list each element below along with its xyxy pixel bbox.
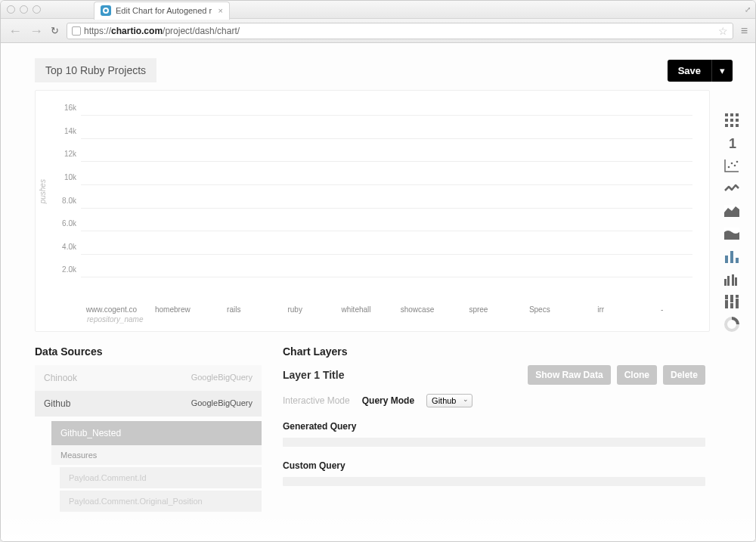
- chart-title-input[interactable]: Top 10 Ruby Projects: [35, 58, 156, 82]
- tab-title: Edit Chart for Autogened r: [116, 6, 214, 15]
- favicon-icon: [101, 5, 111, 16]
- show-raw-data-button[interactable]: Show Raw Data: [528, 365, 610, 385]
- y-tick: 2.0k: [62, 265, 81, 274]
- measure-item[interactable]: Payload.Comment.Id: [60, 467, 262, 488]
- browser-toolbar: ← → ↻ https://chartio.com/project/dash/c…: [1, 19, 755, 43]
- bar-icon[interactable]: [723, 249, 741, 264]
- x-tick: Specs: [509, 301, 570, 314]
- stacked-bar-icon[interactable]: [723, 294, 741, 309]
- line-icon[interactable]: [723, 181, 741, 196]
- layer-title[interactable]: Layer 1 Title: [283, 369, 344, 381]
- svg-rect-4: [730, 119, 733, 122]
- traffic-lights: [7, 5, 41, 14]
- forward-icon[interactable]: →: [29, 24, 43, 38]
- browser-tab[interactable]: Edit Chart for Autogened r ×: [94, 2, 230, 20]
- x-tick: spree: [448, 301, 509, 314]
- svg-rect-7: [730, 124, 733, 127]
- y-tick: 14k: [64, 126, 81, 135]
- close-icon[interactable]: ×: [218, 6, 223, 15]
- address-bar[interactable]: https://chartio.com/project/dash/chart/ …: [67, 23, 733, 39]
- y-tick: 6.0k: [62, 219, 81, 228]
- svg-rect-0: [725, 113, 728, 116]
- y-tick: 8.0k: [62, 196, 81, 204]
- svg-rect-20: [727, 276, 730, 286]
- svg-rect-3: [725, 119, 728, 122]
- stacked-area-icon[interactable]: [723, 226, 741, 241]
- x-tick: whitehall: [326, 301, 387, 314]
- svg-rect-17: [730, 251, 733, 263]
- chart-layers-heading: Chart Layers: [283, 345, 705, 358]
- y-tick: 12k: [64, 150, 81, 158]
- svg-rect-25: [730, 295, 733, 302]
- window-titlebar: Edit Chart for Autogened r × ⤢: [1, 1, 755, 19]
- table-icon[interactable]: [723, 113, 741, 128]
- y-tick: 10k: [64, 173, 81, 181]
- x-tick: rails: [203, 301, 265, 314]
- save-dropdown-icon[interactable]: ▾: [711, 60, 733, 82]
- data-sources-heading: Data Sources: [35, 345, 262, 358]
- svg-rect-5: [736, 119, 739, 122]
- expand-icon[interactable]: ⤢: [745, 5, 749, 14]
- svg-rect-26: [730, 303, 733, 308]
- svg-rect-27: [736, 295, 739, 298]
- data-source-select[interactable]: Github ⌄: [426, 394, 472, 407]
- reload-icon[interactable]: ↻: [51, 25, 59, 36]
- chart-preview: pushes 2.0k4.0k6.0k8.0k10k12k14k16k www.…: [35, 90, 710, 332]
- generated-query-area: [283, 438, 705, 447]
- svg-text:1: 1: [729, 136, 736, 150]
- svg-rect-2: [736, 113, 739, 116]
- svg-rect-24: [725, 300, 728, 308]
- x-tick: irr: [570, 301, 631, 314]
- bookmark-icon[interactable]: ☆: [718, 25, 728, 37]
- data-source-item[interactable]: ChinookGoogleBigQuery: [35, 365, 262, 391]
- y-tick: 16k: [64, 104, 81, 112]
- svg-rect-16: [725, 256, 728, 263]
- area-icon[interactable]: [723, 203, 741, 218]
- data-source-nested[interactable]: Github_Nested: [51, 421, 262, 445]
- donut-icon[interactable]: [723, 317, 741, 332]
- menu-icon[interactable]: ≡: [741, 24, 748, 38]
- x-tick: ruby: [265, 301, 326, 314]
- svg-rect-8: [736, 124, 739, 127]
- grouped-bar-icon[interactable]: [723, 271, 741, 286]
- svg-point-11: [731, 163, 733, 165]
- url-text: https://chartio.com/project/dash/chart/: [84, 26, 240, 36]
- svg-point-12: [734, 165, 736, 167]
- svg-point-10: [728, 166, 730, 169]
- generated-query-heading: Generated Query: [283, 421, 705, 432]
- svg-rect-28: [736, 299, 739, 308]
- interactive-mode-toggle[interactable]: Interactive Mode: [283, 395, 350, 406]
- data-source-item[interactable]: GithubGoogleBigQuery: [35, 391, 262, 417]
- custom-query-area[interactable]: [283, 477, 705, 486]
- svg-rect-6: [725, 124, 728, 127]
- svg-rect-18: [736, 258, 739, 263]
- delete-button[interactable]: Delete: [663, 365, 705, 385]
- single-value-icon[interactable]: 1: [723, 135, 741, 150]
- svg-point-13: [736, 161, 739, 163]
- y-axis-label: pushes: [39, 179, 47, 203]
- svg-rect-19: [724, 279, 727, 286]
- x-tick: showcase: [387, 301, 448, 314]
- custom-query-heading: Custom Query: [283, 460, 705, 471]
- x-tick: homebrew: [142, 301, 203, 314]
- save-button[interactable]: Save ▾: [668, 60, 733, 82]
- svg-rect-1: [730, 113, 733, 116]
- svg-rect-22: [735, 277, 737, 286]
- x-tick: -: [631, 301, 692, 314]
- back-icon[interactable]: ←: [8, 24, 22, 38]
- y-tick: 4.0k: [62, 242, 81, 250]
- x-axis-label: repository_name: [87, 315, 700, 324]
- clone-button[interactable]: Clone: [617, 365, 657, 385]
- query-mode-toggle[interactable]: Query Mode: [362, 395, 414, 406]
- measure-item[interactable]: Payload.Comment.Original_Position: [60, 491, 262, 512]
- measures-heading: Measures: [51, 445, 262, 465]
- svg-rect-23: [725, 295, 728, 299]
- x-tick: www.cogent.co: [81, 301, 142, 314]
- svg-rect-21: [732, 274, 734, 286]
- page-icon: [72, 26, 81, 36]
- scatter-icon[interactable]: [723, 158, 741, 173]
